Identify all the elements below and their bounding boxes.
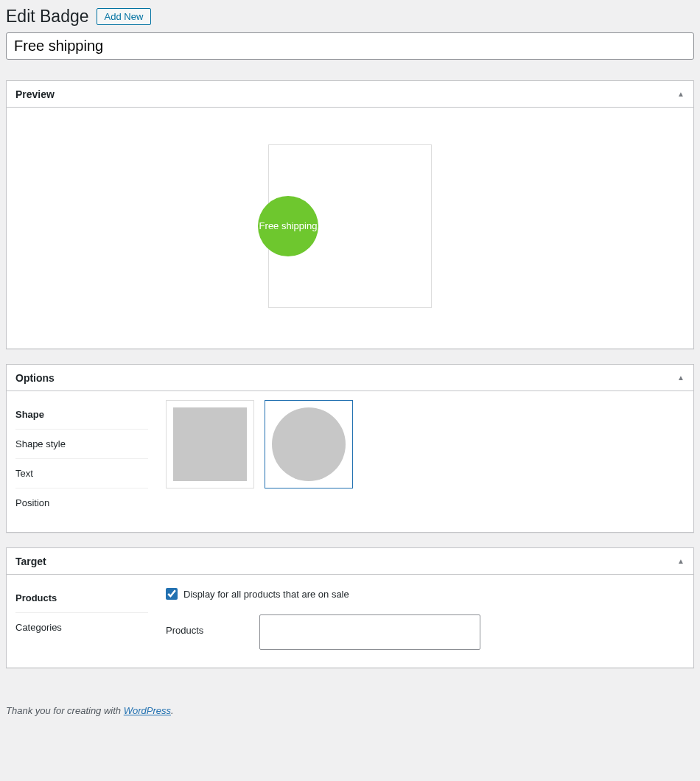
target-panel-title: Target (15, 556, 46, 567)
shape-choice-square[interactable] (166, 400, 254, 488)
target-tabs: Products Categories (15, 584, 148, 650)
collapse-icon[interactable]: ▲ (677, 374, 685, 382)
shape-choices (166, 400, 353, 517)
preview-panel: Preview ▲ Free shipping (6, 80, 694, 349)
page-title: Edit Badge (6, 7, 89, 27)
collapse-icon[interactable]: ▲ (677, 90, 685, 98)
tab-shape-style[interactable]: Shape style (15, 430, 148, 459)
wordpress-link[interactable]: WordPress (124, 705, 171, 716)
footer-prefix: Thank you for creating with (6, 705, 124, 716)
options-panel-title: Options (15, 372, 55, 384)
shape-choice-circle[interactable] (265, 400, 353, 488)
display-all-label: Display for all products that are on sal… (183, 589, 349, 600)
tab-text[interactable]: Text (15, 459, 148, 488)
badge-preview: Free shipping (258, 196, 318, 256)
add-new-button[interactable]: Add New (97, 8, 152, 25)
footer: Thank you for creating with WordPress. (0, 668, 700, 731)
products-select[interactable] (259, 614, 480, 650)
circle-icon (272, 407, 346, 481)
footer-suffix: . (171, 705, 174, 716)
display-all-checkbox[interactable] (166, 588, 178, 600)
tab-shape[interactable]: Shape (15, 400, 148, 430)
square-icon (173, 407, 247, 481)
products-field-label: Products (166, 614, 203, 636)
badge-title-input[interactable] (6, 32, 694, 60)
tab-products[interactable]: Products (15, 584, 148, 613)
options-tabs: Shape Shape style Text Position (15, 400, 148, 517)
tab-position[interactable]: Position (15, 488, 148, 517)
preview-product-box: Free shipping (268, 144, 432, 308)
options-panel: Options ▲ Shape Shape style Text Positio… (6, 364, 694, 533)
collapse-icon[interactable]: ▲ (677, 557, 685, 565)
preview-panel-title: Preview (15, 88, 55, 100)
tab-categories[interactable]: Categories (15, 613, 148, 642)
target-panel: Target ▲ Products Categories Display for… (6, 547, 694, 668)
